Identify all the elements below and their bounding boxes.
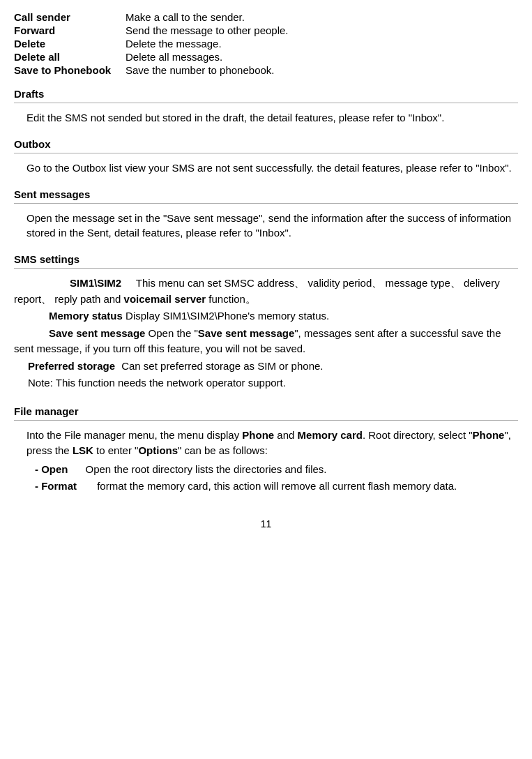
- sim1sim2-bold-text: voicemail server: [124, 293, 206, 305]
- drafts-heading: Drafts: [14, 84, 518, 103]
- file-manager-body: Into the File manager menu, the menu dis…: [14, 425, 518, 504]
- sent-messages-divider: [14, 203, 518, 204]
- drafts-section: Drafts Edit the SMS not sended but store…: [14, 84, 518, 134]
- fm-intro-end4: " can be as follows:: [178, 444, 268, 456]
- fm-open-item: - Open Open the root directory lists the…: [14, 462, 518, 478]
- fm-intro-end3: to enter ": [96, 444, 138, 456]
- top-item-description: Send the message to other people.: [126, 24, 518, 37]
- preferred-storage-line: Preferred storage Can set preferred stor…: [14, 359, 518, 375]
- file-manager-divider: [14, 420, 518, 421]
- save-sent-bold: Save sent message: [198, 327, 294, 339]
- save-sent-line: Save sent message Open the "Save sent me…: [14, 326, 518, 357]
- sim1sim2-desc: [124, 277, 133, 289]
- fm-intro-pre: Into the File manager menu, the menu dis…: [26, 429, 239, 441]
- outbox-heading: Outbox: [14, 134, 518, 153]
- fm-open-label: - Open: [35, 463, 68, 475]
- sms-note-line: Note: This function needs the network op…: [14, 375, 518, 391]
- fm-options-bold: Options: [138, 444, 178, 456]
- fm-format-item: - Format format the memory card, this ac…: [14, 479, 518, 495]
- fm-open-desc: Open the root directory lists the direct…: [86, 463, 327, 475]
- top-items-table: Call senderMake a call to the sender.For…: [14, 10, 518, 77]
- fm-format-desc: format the memory card, this action will…: [97, 480, 457, 492]
- fm-phone-bold: Phone: [242, 429, 274, 441]
- outbox-text: Go to the Outbox list view your SMS are …: [26, 162, 512, 174]
- outbox-body: Go to the Outbox list view your SMS are …: [14, 158, 518, 184]
- fm-phone2-bold: Phone: [473, 429, 505, 441]
- fm-mc-bold: Memory card: [298, 429, 363, 441]
- sms-note-text: Note: This function needs the network op…: [28, 377, 286, 389]
- outbox-divider: [14, 153, 518, 153]
- sent-messages-heading: Sent messages: [14, 184, 518, 203]
- fm-open-spacer: [71, 463, 83, 475]
- top-item-label: Delete: [14, 37, 126, 50]
- page-number: 11: [14, 518, 518, 529]
- sent-messages-text: Open the message set in the "Save sent m…: [26, 212, 511, 239]
- sms-sim-line: SIM1\SIM2 This menu can set SMSC address…: [14, 276, 518, 307]
- fm-format-label: - Format: [35, 480, 77, 492]
- memory-status-desc: Display SIM1\SIM2\Phone's memory status.: [126, 310, 329, 322]
- page-number-text: 11: [261, 518, 272, 529]
- top-item-label: Call sender: [14, 10, 126, 24]
- sent-messages-body: Open the message set in the "Save sent m…: [14, 208, 518, 250]
- outbox-section: Outbox Go to the Outbox list view your S…: [14, 134, 518, 184]
- drafts-divider: [14, 103, 518, 103]
- fm-format-spacer: [79, 480, 94, 492]
- fm-and: and: [277, 429, 294, 441]
- top-item-row: Save to PhonebookSave the number to phon…: [14, 63, 518, 77]
- sim1sim2-end-text: function。: [208, 293, 256, 305]
- sms-settings-divider: [14, 268, 518, 269]
- top-item-description: Make a call to the sender.: [126, 10, 518, 24]
- file-manager-intro: Into the File manager menu, the menu dis…: [14, 428, 518, 459]
- top-item-label: Delete all: [14, 50, 126, 63]
- fm-lsk-bold: LSK: [73, 444, 93, 456]
- sms-settings-heading: SMS settings: [14, 249, 518, 268]
- save-sent-desc-pre: Open the ": [149, 327, 198, 339]
- sms-settings-section: SMS settings SIM1\SIM2 This menu can set…: [14, 249, 518, 401]
- fm-intro-end: . Root directory, select ": [363, 429, 473, 441]
- top-item-description: Delete all messages.: [126, 50, 518, 63]
- file-manager-section: File manager Into the File manager menu,…: [14, 401, 518, 504]
- preferred-label: Preferred storage: [14, 359, 119, 375]
- drafts-text: Edit the SMS not sended but stored in th…: [26, 112, 444, 123]
- top-item-label: Save to Phonebook: [14, 63, 126, 77]
- sent-messages-section: Sent messages Open the message set in th…: [14, 184, 518, 250]
- memory-status-line: Memory status Display SIM1\SIM2\Phone's …: [14, 308, 518, 324]
- top-item-label: Forward: [14, 24, 126, 37]
- preferred-desc: Can set preferred storage as SIM or phon…: [121, 360, 323, 372]
- sms-settings-body: SIM1\SIM2 This menu can set SMSC address…: [14, 273, 518, 401]
- top-item-description: Delete the message.: [126, 37, 518, 50]
- memory-status-label: Memory status: [14, 308, 123, 324]
- drafts-body: Edit the SMS not sended but stored in th…: [14, 107, 518, 134]
- top-item-row: Call senderMake a call to the sender.: [14, 10, 518, 24]
- top-item-description: Save the number to phonebook.: [126, 63, 518, 77]
- save-sent-label: Save sent message: [14, 326, 145, 342]
- top-item-row: ForwardSend the message to other people.: [14, 24, 518, 37]
- top-item-row: Delete allDelete all messages.: [14, 50, 518, 63]
- sim1sim2-label: SIM1\SIM2: [42, 277, 121, 289]
- file-manager-heading: File manager: [14, 401, 518, 420]
- top-item-row: DeleteDelete the message.: [14, 37, 518, 50]
